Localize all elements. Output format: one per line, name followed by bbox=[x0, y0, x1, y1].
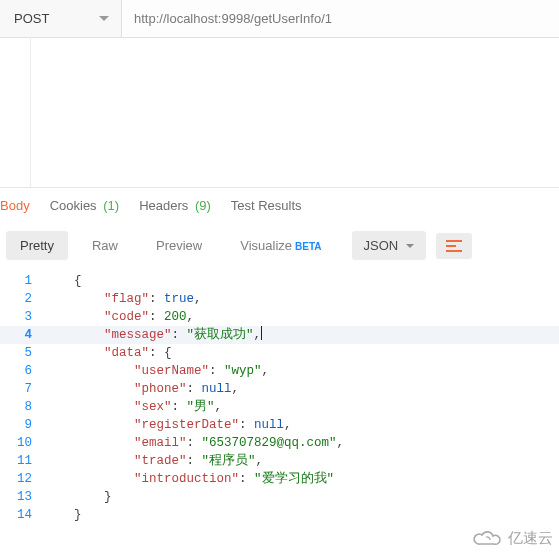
line-number: 5 bbox=[0, 344, 44, 362]
headers-count: (9) bbox=[195, 198, 211, 213]
content-type-value: JSON bbox=[364, 238, 399, 253]
view-visualize-button[interactable]: Visualize BETA bbox=[226, 231, 335, 260]
line-number: 12 bbox=[0, 470, 44, 488]
chevron-down-icon bbox=[406, 244, 414, 248]
code-line: 1 { bbox=[0, 272, 559, 290]
cookies-count: (1) bbox=[103, 198, 119, 213]
code-line: 6 "userName": "wyp", bbox=[0, 362, 559, 380]
view-raw-button[interactable]: Raw bbox=[78, 231, 132, 260]
wrap-icon bbox=[446, 240, 462, 252]
line-number: 11 bbox=[0, 452, 44, 470]
line-number: 2 bbox=[0, 290, 44, 308]
code-line: 3 "code": 200, bbox=[0, 308, 559, 326]
code-line: 10 "email": "653707829@qq.com", bbox=[0, 434, 559, 452]
line-number: 7 bbox=[0, 380, 44, 398]
line-number: 8 bbox=[0, 398, 44, 416]
code-line: 4 "message": "获取成功", bbox=[0, 326, 559, 344]
cloud-icon bbox=[472, 528, 502, 548]
url-input[interactable]: http://localhost:9998/getUserInfo/1 bbox=[122, 0, 559, 37]
line-number: 1 bbox=[0, 272, 44, 290]
code-line: 7 "phone": null, bbox=[0, 380, 559, 398]
code-line: 14 } bbox=[0, 506, 559, 524]
tab-headers[interactable]: Headers (9) bbox=[139, 198, 211, 213]
url-value: http://localhost:9998/getUserInfo/1 bbox=[134, 11, 332, 26]
view-preview-button[interactable]: Preview bbox=[142, 231, 216, 260]
text-cursor bbox=[261, 326, 262, 340]
tab-body[interactable]: Body bbox=[0, 198, 30, 213]
http-method-value: POST bbox=[14, 11, 49, 26]
beta-badge: BETA bbox=[295, 241, 321, 252]
line-number: 6 bbox=[0, 362, 44, 380]
tab-test-results[interactable]: Test Results bbox=[231, 198, 302, 213]
chevron-down-icon bbox=[99, 16, 109, 21]
line-number: 14 bbox=[0, 506, 44, 524]
request-bar: POST http://localhost:9998/getUserInfo/1 bbox=[0, 0, 559, 38]
code-line: 11 "trade": "程序员", bbox=[0, 452, 559, 470]
line-number: 4 bbox=[0, 326, 44, 344]
tab-headers-label: Headers bbox=[139, 198, 188, 213]
code-line: 12 "introduction": "爱学习的我" bbox=[0, 470, 559, 488]
code-line: 2 "flag": true, bbox=[0, 290, 559, 308]
code-line: 5 "data": { bbox=[0, 344, 559, 362]
watermark: 亿速云 bbox=[472, 528, 553, 548]
line-number: 10 bbox=[0, 434, 44, 452]
code-line: 13 } bbox=[0, 488, 559, 506]
line-number: 9 bbox=[0, 416, 44, 434]
response-view-toolbar: Pretty Raw Preview Visualize BETA JSON bbox=[0, 223, 559, 272]
visualize-label: Visualize bbox=[240, 238, 292, 253]
line-number: 13 bbox=[0, 488, 44, 506]
view-pretty-button[interactable]: Pretty bbox=[6, 231, 68, 260]
wrap-lines-button[interactable] bbox=[436, 233, 472, 259]
code-line: 8 "sex": "男", bbox=[0, 398, 559, 416]
http-method-select[interactable]: POST bbox=[0, 0, 122, 37]
response-body-code[interactable]: 1 { 2 "flag": true, 3 "code": 200, 4 "me… bbox=[0, 272, 559, 524]
tab-cookies[interactable]: Cookies (1) bbox=[50, 198, 119, 213]
watermark-text: 亿速云 bbox=[508, 529, 553, 548]
tab-cookies-label: Cookies bbox=[50, 198, 97, 213]
code-line: 9 "registerDate": null, bbox=[0, 416, 559, 434]
response-tabs: Body Cookies (1) Headers (9) Test Result… bbox=[0, 188, 559, 223]
content-type-select[interactable]: JSON bbox=[352, 231, 427, 260]
line-number: 3 bbox=[0, 308, 44, 326]
request-body-editor[interactable] bbox=[0, 38, 559, 188]
